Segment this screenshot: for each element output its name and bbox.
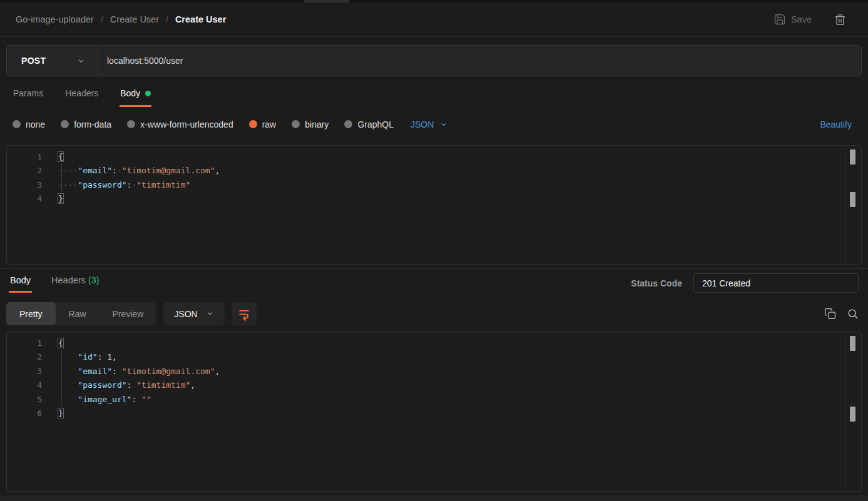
breadcrumb-separator: / [166,14,168,24]
breadcrumb-folder[interactable]: Create User [110,14,159,24]
word-wrap-button[interactable] [232,302,257,325]
status-code-value[interactable]: 201 Created [693,273,859,293]
code-line: 3 "email": "timotim@gmail.com", [7,364,861,378]
line-number: 4 [7,194,42,203]
body-type-row: none form-data x-www-form-urlencoded raw… [13,116,852,133]
view-mode-raw[interactable]: Raw [56,302,100,325]
code-line: 4 "password": "timtimtim", [7,378,861,393]
tab-params[interactable]: Params [13,88,44,107]
request-language-select[interactable]: JSON [411,119,447,129]
code-token: 1 [107,352,112,362]
code-token: "timotim@gmail.com" [122,166,215,175]
code-token: , [215,166,220,175]
breadcrumb-workspace[interactable]: Go-image-uploader [16,14,94,24]
response-tab-headers[interactable]: Headers (3) [50,275,101,293]
scroll-marker [850,192,855,207]
indent-guide [61,164,62,192]
code-token: , [190,380,195,390]
response-header: Body Headers (3) Status Code 201 Created [9,275,859,295]
chevron-down-icon [440,121,447,128]
body-type-graphql[interactable]: GraphQL [344,119,394,129]
view-mode-preview[interactable]: Preview [100,302,157,325]
url-input[interactable]: localhost:5000/user [98,56,861,66]
code-token: : [127,380,137,390]
scroll-marker [850,149,855,164]
save-icon [774,13,786,26]
line-number: 1 [7,152,42,161]
code-token: "email" [78,367,112,376]
radio-icon [13,120,21,128]
overview-ruler-divider [845,146,846,263]
search-button[interactable] [847,308,859,320]
line-number: 2 [7,352,42,362]
code-line: 1{ [7,149,861,164]
beautify-button[interactable]: Beautify [820,119,852,129]
line-number: 4 [7,380,42,390]
code-token: , [215,367,220,376]
line-number: 5 [7,395,42,404]
save-label: Save [791,14,812,24]
copy-button[interactable] [824,308,836,320]
radio-icon [127,120,135,128]
view-mode-pretty[interactable]: Pretty [6,302,56,325]
breadcrumb-bar: Go-image-uploader / Create User / Create… [0,3,868,37]
code-token: , [112,352,117,362]
response-tab-body[interactable]: Body [9,275,32,293]
line-number: 6 [7,408,42,418]
tab-body[interactable]: Body [120,88,151,107]
code-token: "timtimtim" [136,180,190,190]
code-line: 3····"password":·"timtimtim" [7,178,861,192]
code-token: "email" [78,166,112,175]
radio-icon [61,120,69,128]
chevron-down-icon [77,57,85,65]
overview-ruler-divider [845,333,846,490]
radio-icon [344,120,352,128]
body-type-binary[interactable]: binary [292,119,329,129]
code-token: "password" [78,180,126,190]
code-token: "" [141,395,151,404]
code-token: : [112,166,117,175]
request-tabs: Params Headers Body [13,88,151,107]
code-line: 6} [7,407,861,421]
chevron-down-icon [206,310,214,318]
code-token: } [58,194,63,203]
status-bar [0,495,868,501]
response-body-editor[interactable]: 1{2 "id": 1,3 "email": "timotim@gmail.co… [6,331,862,492]
body-type-form-data[interactable]: form-data [61,119,111,129]
response-language-select[interactable]: JSON [163,302,224,325]
save-button[interactable]: Save [774,13,812,26]
body-type-x-www-form-urlencoded[interactable]: x-www-form-urlencoded [127,119,233,129]
method-select[interactable]: POST [7,46,98,76]
tab-headers[interactable]: Headers [64,88,99,107]
delete-button[interactable] [834,14,846,26]
response-code-lines: 1{2 "id": 1,3 "email": "timotim@gmail.co… [7,332,861,420]
body-type-none[interactable]: none [13,119,45,129]
code-token: { [58,338,63,348]
code-line: 4} [7,192,861,206]
code-token: "id" [78,352,97,362]
scroll-marker [850,336,855,351]
code-token: · [117,166,122,175]
code-token: "timtimtim" [136,380,190,390]
method-label: POST [21,56,46,66]
line-number: 3 [7,367,42,376]
code-token: } [58,408,63,418]
code-line: 5 "image_url": "" [7,392,861,407]
breadcrumb-current: Create User [175,14,226,24]
line-number: 3 [7,180,42,190]
body-type-raw[interactable]: raw [249,119,277,129]
response-toolbar: Pretty Raw Preview JSON [6,302,859,325]
code-token: "timotim@gmail.com" [122,367,215,376]
code-token: : [98,352,108,362]
code-line: 2····"email":·"timotim@gmail.com", [7,164,861,178]
code-line: 1{ [7,336,861,350]
request-url-bar: POST localhost:5000/user [6,45,862,76]
section-divider [0,268,868,269]
status-code-label: Status Code [631,278,682,288]
word-wrap-icon [237,307,251,321]
request-body-editor[interactable]: 1{2····"email":·"timotim@gmail.com",3···… [6,145,862,265]
view-mode-switch: Pretty Raw Preview [6,302,156,325]
line-number: 1 [7,338,42,348]
code-token: { [58,152,63,161]
breadcrumb-separator: / [101,14,103,24]
